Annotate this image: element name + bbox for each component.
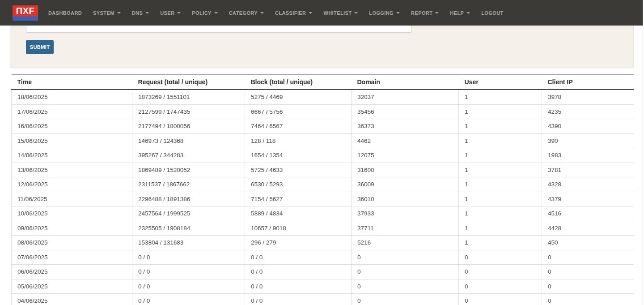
caret-down-icon — [177, 12, 181, 14]
nav-item-report[interactable]: REPORT — [411, 10, 439, 16]
table-cell: 1654 / 1354 — [245, 148, 352, 163]
table-row: 07/06/20250 / 00 / 0000 — [12, 250, 634, 265]
report-table: TimeRequest (total / unique)Block (total… — [11, 74, 634, 305]
table-cell: 4235 — [542, 104, 634, 119]
nav-item-category[interactable]: CATEGORY — [229, 10, 264, 16]
nav-item-logging[interactable]: LOGGING — [369, 10, 400, 16]
table-cell: 1 — [459, 221, 542, 236]
table-row: 08/06/2025153804 / 131683296 / 279521614… — [12, 236, 634, 250]
caret-down-icon — [396, 12, 400, 14]
nav-item-user[interactable]: USER — [160, 10, 181, 16]
table-cell: 09/06/2025 — [12, 221, 132, 236]
column-header: Client IP — [542, 75, 634, 90]
table-cell: 08/06/2025 — [12, 236, 132, 250]
nav-item-classifier[interactable]: CLASSIFIER — [275, 10, 312, 16]
table-cell: 7154 / 5627 — [245, 192, 352, 206]
table-cell: 1 — [459, 119, 542, 134]
nxf-logo[interactable]: ПXF — [13, 5, 38, 21]
nav-item-system[interactable]: SYSTEM — [93, 10, 121, 16]
nav-item-label: CLASSIFIER — [275, 10, 306, 16]
table-row: 10/06/20252457564 / 19995255889 / 483437… — [12, 206, 634, 221]
table-cell: 1 — [459, 148, 542, 163]
column-header: User — [459, 75, 542, 90]
table-cell: 36010 — [352, 192, 459, 206]
table-cell: 1983 — [542, 148, 634, 163]
column-header: Time — [12, 75, 132, 90]
table-row: 16/06/20252177494 / 18000567464 / 656736… — [12, 119, 634, 134]
nav-item-logout[interactable]: LOGOUT — [481, 10, 503, 16]
table-cell: 390 — [542, 133, 634, 148]
nxf-logo-text: ПXF — [13, 5, 38, 17]
table-cell: 128 / 118 — [245, 133, 352, 148]
nav-item-help[interactable]: HELP — [450, 10, 470, 16]
table-cell: 1 — [459, 192, 542, 206]
caret-down-icon — [214, 12, 218, 14]
table-cell: 17/06/2025 — [12, 104, 132, 119]
table-row: 14/06/2025395267 / 3442831654 / 13541207… — [12, 148, 634, 163]
nav-item-label: SYSTEM — [93, 10, 114, 16]
table-cell: 4328 — [542, 177, 634, 192]
table-cell: 0 / 0 — [245, 294, 352, 305]
caret-down-icon — [145, 12, 149, 14]
table-cell: 07/06/2025 — [12, 250, 132, 265]
search-form-panel: SUBMIT — [10, 26, 634, 68]
table-cell: 1 — [459, 177, 542, 192]
nav-item-whitelist[interactable]: WHITELIST — [323, 10, 358, 16]
table-cell: 12/06/2025 — [12, 177, 132, 192]
table-row: 09/06/20252325505 / 190818410657 / 90183… — [12, 221, 634, 236]
nav-item-dns[interactable]: DNS — [132, 10, 149, 16]
table-cell: 1 — [459, 90, 542, 104]
table-cell: 5216 — [352, 236, 459, 250]
nav-item-label: REPORT — [411, 10, 432, 16]
table-cell: 37933 — [352, 206, 459, 221]
submit-button[interactable]: SUBMIT — [26, 40, 54, 54]
table-row: 11/06/20252296488 / 18913867154 / 562736… — [12, 192, 634, 206]
table-cell: 1873269 / 1551101 — [132, 90, 245, 104]
table-cell: 05/06/2025 — [12, 279, 132, 294]
table-cell: 0 — [459, 294, 542, 305]
nav-item-label: WHITELIST — [323, 10, 352, 16]
table-cell: 13/06/2025 — [12, 163, 132, 177]
table-cell: 153804 / 131683 — [132, 236, 245, 250]
nav-item-label: LOGGING — [369, 10, 394, 16]
nxf-logo-stripe — [13, 17, 38, 21]
table-cell: 2325505 / 1908184 — [132, 221, 245, 236]
table-cell: 5725 / 4633 — [245, 163, 352, 177]
table-cell: 296 / 279 — [245, 236, 352, 250]
column-header: Block (total / unique) — [245, 75, 352, 90]
caret-down-icon — [260, 12, 264, 14]
table-row: 15/06/2025146973 / 124368128 / 118446213… — [12, 133, 634, 148]
nav-item-label: CATEGORY — [229, 10, 258, 16]
table-cell: 6530 / 5293 — [245, 177, 352, 192]
table-cell: 0 — [542, 279, 634, 294]
table-cell: 5275 / 4469 — [245, 90, 352, 104]
table-cell: 0 — [459, 250, 542, 265]
table-cell: 04/06/2025 — [12, 294, 132, 305]
nav-item-label: HELP — [450, 10, 464, 16]
table-cell: 36009 — [352, 177, 459, 192]
table-row: 06/06/20250 / 00 / 0000 — [12, 265, 634, 279]
table-cell: 18/06/2025 — [12, 90, 132, 104]
nav-item-policy[interactable]: POLICY — [192, 10, 217, 16]
table-cell: 1 — [459, 206, 542, 221]
table-header-row: TimeRequest (total / unique)Block (total… — [12, 75, 634, 90]
table-cell: 14/06/2025 — [12, 148, 132, 163]
table-cell: 4462 — [352, 133, 459, 148]
table-cell: 0 / 0 — [132, 265, 245, 279]
caret-down-icon — [309, 12, 312, 14]
caret-down-icon — [435, 12, 439, 14]
table-cell: 0 / 0 — [132, 294, 245, 305]
table-row: 17/06/20252127599 / 17474356667 / 575635… — [12, 104, 634, 119]
table-cell: 10657 / 9018 — [245, 221, 352, 236]
navbar-menu: DASHBOARDSYSTEMDNSUSERPOLICYCATEGORYCLAS… — [48, 10, 515, 16]
report-table-body: 18/06/20251873269 / 15511015275 / 446932… — [12, 90, 634, 305]
table-cell: 0 — [542, 294, 634, 305]
table-cell: 2127599 / 1747435 — [132, 104, 245, 119]
table-cell: 1 — [459, 163, 542, 177]
table-cell: 2177494 / 1800056 — [132, 119, 245, 134]
table-cell: 37711 — [352, 221, 459, 236]
nav-item-dashboard[interactable]: DASHBOARD — [48, 10, 82, 16]
nav-item-label: POLICY — [192, 10, 211, 16]
table-cell: 3781 — [542, 163, 634, 177]
table-cell: 0 / 0 — [132, 250, 245, 265]
